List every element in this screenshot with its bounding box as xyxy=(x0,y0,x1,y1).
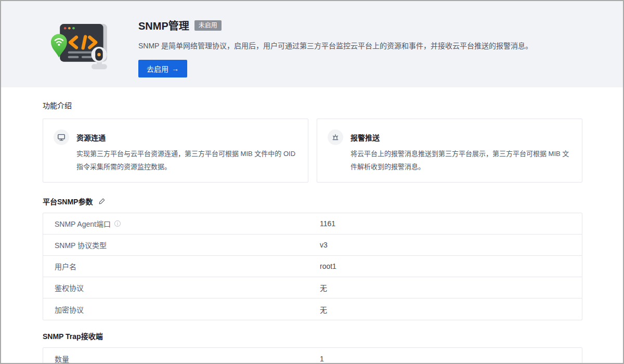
row-label: SNMP Agent端口 xyxy=(43,218,320,229)
wifi-dot xyxy=(58,44,60,46)
alarm-icon xyxy=(328,129,343,145)
pencil-icon xyxy=(98,198,106,205)
window-dot-green xyxy=(72,27,75,30)
monitor-icon xyxy=(54,129,69,145)
row-label: SNMP 协议类型 xyxy=(43,240,320,250)
page-content: 功能介绍 资源连通 实现第三方平台与云平台资源连通，第三方平台可根据 MIB 文… xyxy=(1,100,623,364)
page-title: SNMP管理 xyxy=(138,18,189,33)
table-row: SNMP 协议类型 v3 xyxy=(43,235,582,256)
feature-card-description: 将云平台上的报警消息推送到第三方平台展示，第三方平台可根据 MIB 文件解析收到… xyxy=(350,147,571,173)
info-icon[interactable] xyxy=(114,220,121,227)
text-line-2 xyxy=(68,56,79,58)
row-label-text: 加密协议 xyxy=(55,304,84,315)
row-label: 鉴权协议 xyxy=(43,282,320,293)
trap-receiver-table: 数量 1 xyxy=(43,347,582,364)
webcam-base xyxy=(92,64,107,69)
row-value: 1 xyxy=(320,355,324,363)
table-row: 加密协议 无 xyxy=(43,298,582,320)
window-dot-orange xyxy=(68,27,71,30)
banner-description: SNMP 是简单网络管理协议，启用后，用户可通过第三方平台监控云平台上的资源和事… xyxy=(138,40,532,50)
table-row: 用户名 root1 xyxy=(43,256,582,277)
table-row: 数量 1 xyxy=(43,348,582,364)
table-row: 鉴权协议 无 xyxy=(43,277,582,298)
platform-params-title: 平台SNMP参数 xyxy=(43,196,93,206)
row-label-text: SNMP 协议类型 xyxy=(55,240,107,250)
row-label: 数量 xyxy=(43,354,320,364)
row-value: 无 xyxy=(320,304,327,315)
table-row: SNMP Agent端口 1161 xyxy=(43,213,582,235)
feature-card-title: 报警推送 xyxy=(350,129,571,142)
section-trap-receiver-title: SNMP Trap接收端 xyxy=(43,331,582,341)
row-value: root1 xyxy=(320,262,336,270)
row-value: 1161 xyxy=(320,219,335,228)
feature-card-alarm: 报警推送 将云平台上的报警消息推送到第三方平台展示，第三方平台可根据 MIB 文… xyxy=(317,119,582,183)
enable-button-label: 去启用 xyxy=(147,63,168,74)
feature-card-body: 资源连通 实现第三方平台与云平台资源连通，第三方平台可根据 MIB 文件中的 O… xyxy=(76,129,297,173)
page-banner: SNMP管理 未启用 SNMP 是简单网络管理协议，启用后，用户可通过第三方平台… xyxy=(1,1,623,87)
banner-text: SNMP管理 未启用 SNMP 是简单网络管理协议，启用后，用户可通过第三方平台… xyxy=(138,1,532,77)
row-value: 无 xyxy=(320,282,327,293)
row-label-text: 用户名 xyxy=(55,261,76,271)
section-features-title: 功能介绍 xyxy=(43,100,582,110)
window-dot-red xyxy=(64,27,67,30)
row-label-text: 数量 xyxy=(55,354,69,364)
arrow-right-icon: → xyxy=(172,65,179,72)
edit-params-button[interactable] xyxy=(97,197,107,206)
enable-button[interactable]: 去启用 → xyxy=(138,60,187,77)
snmp-illustration xyxy=(46,14,116,76)
row-label-text: 鉴权协议 xyxy=(55,282,84,293)
text-line-1 xyxy=(68,51,95,54)
section-platform-params: 平台SNMP参数 xyxy=(43,196,582,206)
webcam-lens xyxy=(97,53,101,57)
feature-cards: 资源连通 实现第三方平台与云平台资源连通，第三方平台可根据 MIB 文件中的 O… xyxy=(43,119,582,183)
snmp-illustration-graphic xyxy=(46,14,116,76)
feature-card-description: 实现第三方平台与云平台资源连通，第三方平台可根据 MIB 文件中的 OID 指令… xyxy=(76,147,297,173)
feature-card-title: 资源连通 xyxy=(76,129,297,142)
row-value: v3 xyxy=(320,241,328,249)
title-row: SNMP管理 未启用 xyxy=(138,18,532,33)
row-label: 加密协议 xyxy=(43,304,320,315)
feature-card-resource: 资源连通 实现第三方平台与云平台资源连通，第三方平台可根据 MIB 文件中的 O… xyxy=(43,119,308,183)
row-label-text: SNMP Agent端口 xyxy=(55,218,111,229)
feature-card-body: 报警推送 将云平台上的报警消息推送到第三方平台展示，第三方平台可根据 MIB 文… xyxy=(350,129,571,173)
platform-params-table: SNMP Agent端口 1161 SNMP 协议类型 v3 xyxy=(43,213,582,320)
row-label: 用户名 xyxy=(43,261,320,271)
status-badge: 未启用 xyxy=(194,20,222,31)
snmp-management-page: SNMP管理 未启用 SNMP 是简单网络管理协议，启用后，用户可通过第三方平台… xyxy=(0,0,624,364)
text-line-3 xyxy=(82,56,92,58)
